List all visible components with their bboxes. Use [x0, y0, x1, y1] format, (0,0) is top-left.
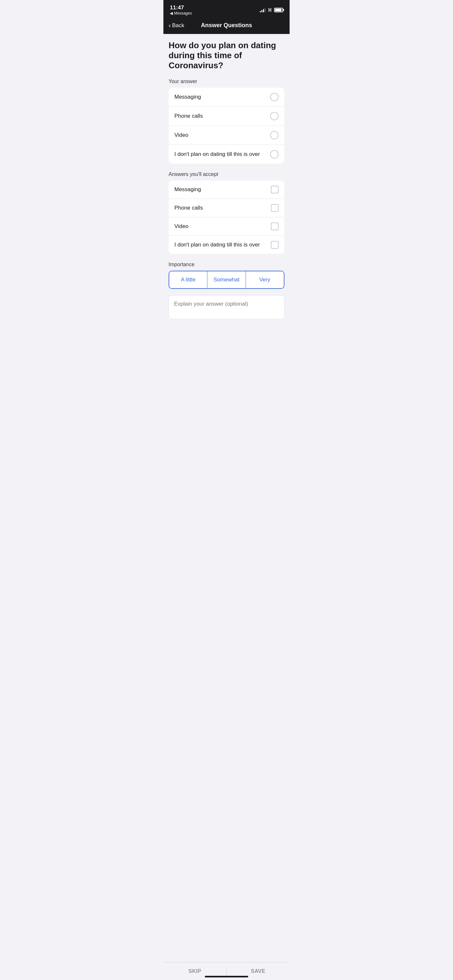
radio-no-dating[interactable]	[270, 150, 279, 159]
checkbox-no-dating[interactable]	[271, 241, 279, 249]
question-title: How do you plan on dating during this ti…	[169, 40, 284, 71]
your-answer-option-video[interactable]: Video	[169, 126, 284, 145]
your-answer-option-phone-calls[interactable]: Phone calls	[169, 107, 284, 126]
option-label: Phone calls	[174, 113, 203, 119]
main-content: How do you plan on dating during this ti…	[163, 34, 290, 366]
your-answer-option-no-dating[interactable]: I don't plan on dating till this is over	[169, 145, 284, 164]
back-chevron-icon: ‹	[169, 22, 171, 29]
back-button[interactable]: ‹ Back	[169, 22, 184, 29]
radio-phone-calls[interactable]	[270, 112, 279, 120]
importance-btn-very[interactable]: Very	[246, 271, 284, 288]
signal-icon	[260, 8, 266, 12]
option-label: Phone calls	[174, 205, 203, 211]
option-label: I don't plan on dating till this is over	[174, 242, 260, 248]
your-answer-card: Messaging Phone calls Video I don't plan…	[169, 88, 284, 164]
nav-title: Answer Questions	[201, 22, 252, 29]
accept-option-no-dating[interactable]: I don't plan on dating till this is over	[169, 236, 284, 254]
accepted-answers-card: Messaging Phone calls Video I don't plan…	[169, 180, 284, 254]
importance-btn-somewhat[interactable]: Somewhat	[207, 271, 246, 288]
radio-messaging[interactable]	[270, 93, 279, 101]
wifi-icon: ⌘	[268, 8, 272, 13]
checkbox-phone-calls[interactable]	[271, 204, 279, 212]
importance-button-group: A little Somewhat Very	[169, 271, 284, 289]
checkbox-video[interactable]	[271, 223, 279, 230]
accept-option-messaging[interactable]: Messaging	[169, 180, 284, 199]
accepted-answers-label: Answers you'll accept	[169, 172, 284, 177]
status-time: 11:47	[170, 5, 192, 11]
battery-icon	[274, 8, 283, 12]
back-arrow-icon: ◀	[170, 11, 173, 16]
accept-option-video[interactable]: Video	[169, 217, 284, 236]
explain-input[interactable]	[169, 295, 284, 319]
navigation-bar: ‹ Back Answer Questions	[163, 18, 290, 34]
status-messages: ◀ Messages	[170, 11, 192, 16]
importance-label: Importance	[169, 262, 284, 267]
importance-btn-alittle[interactable]: A little	[169, 271, 207, 288]
radio-video[interactable]	[270, 131, 279, 139]
checkbox-messaging[interactable]	[271, 186, 279, 193]
accept-option-phone-calls[interactable]: Phone calls	[169, 199, 284, 217]
option-label: Video	[174, 223, 188, 230]
status-icons: ⌘	[260, 8, 283, 13]
option-label: Messaging	[174, 94, 201, 100]
your-answer-label: Your answer	[169, 79, 284, 84]
status-bar: 11:47 ◀ Messages ⌘	[163, 0, 290, 18]
option-label: Messaging	[174, 186, 201, 193]
option-label: Video	[174, 132, 188, 138]
your-answer-option-messaging[interactable]: Messaging	[169, 88, 284, 107]
option-label: I don't plan on dating till this is over	[174, 151, 260, 158]
back-label: Back	[172, 22, 184, 29]
